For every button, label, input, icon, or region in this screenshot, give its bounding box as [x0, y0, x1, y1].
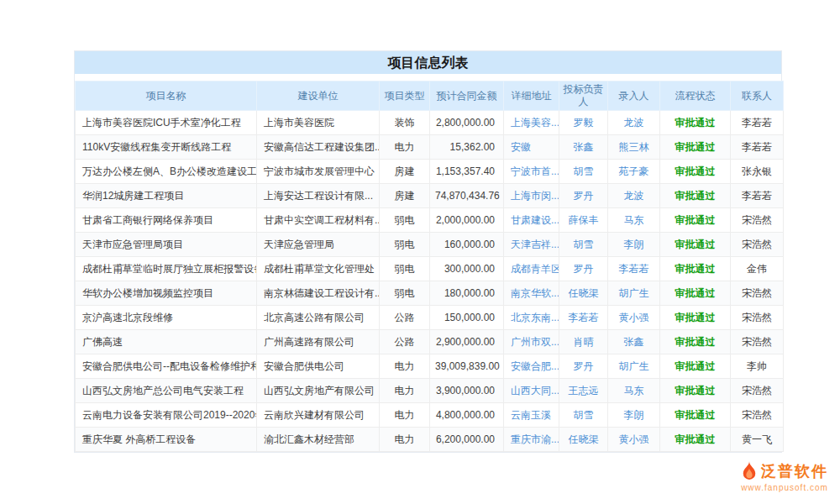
recorder-link[interactable]: 马东 [624, 214, 644, 226]
table-row[interactable]: 110kV安徽线程集变开断线路工程安徽高信达工程建设集团...电力15,362.… [76, 135, 784, 160]
leader-link[interactable]: 任晓渠 [569, 287, 599, 299]
cell-unit: 山西弘文房地产有限公司 [257, 379, 380, 403]
table-row[interactable]: 成都杜甫草堂临时展厅独立展柜报警设备...成都杜甫草堂文化管理处弱电300,00… [76, 257, 784, 281]
cell-amount: 2,800,000.00 [430, 111, 504, 135]
cell-text-amount: 180,000.00 [444, 287, 495, 299]
recorder-link[interactable]: 马东 [624, 385, 644, 396]
brand-footer[interactable]: 泛普软件 www.fanpusoft.com [741, 461, 828, 492]
recorder-link[interactable]: 熊三林 [619, 141, 649, 153]
cell-text-contact: 宋浩然 [742, 312, 772, 323]
leader-link[interactable]: 胡雪 [574, 239, 594, 250]
address-link[interactable]: 安徽 [511, 141, 531, 153]
cell-recorder: 李朗 [608, 403, 660, 428]
table-row[interactable]: 华润12城房建工程项目上海安达工程设计有限...房建74,870,434.76上… [76, 184, 784, 208]
table-row[interactable]: 华软办公楼增加视频监控项目南京林德建设工程设计有...弱电180,000.00南… [76, 281, 784, 306]
recorder-link[interactable]: 李朗 [624, 409, 644, 421]
column-header-address: 详细地址 [504, 81, 559, 111]
leader-link[interactable]: 肖晴 [574, 336, 594, 348]
cell-text-contact: 张永银 [742, 165, 772, 177]
cell-type: 装饰 [380, 111, 430, 135]
leader-link[interactable]: 胡雪 [574, 409, 594, 421]
table-row[interactable]: 山西弘文房地产总公司电气安装工程山西弘文房地产有限公司电力3,900,000.0… [76, 379, 784, 403]
recorder-link[interactable]: 龙波 [624, 190, 644, 202]
cell-contact: 李若若 [731, 111, 784, 135]
recorder-link[interactable]: 黄小强 [619, 433, 649, 445]
cell-unit: 上海安达工程设计有限... [257, 184, 380, 208]
cell-text-contact: 李若若 [742, 117, 772, 129]
table-row[interactable]: 上海市美容医院ICU手术室净化工程上海市美容医院装饰2,800,000.00上海… [76, 111, 784, 135]
cell-amount: 74,870,434.76 [430, 184, 504, 208]
address-link[interactable]: 南京华软... [511, 287, 559, 299]
table-row[interactable]: 万达办公楼左侧A、B办公楼改造建设工程宁波市城市发展管理中心房建1,153,35… [76, 160, 784, 184]
cell-status: 审批通过 [660, 428, 731, 452]
address-link[interactable]: 山西大同... [511, 385, 559, 396]
address-link[interactable]: 宁波市首... [511, 165, 559, 177]
cell-text-unit: 安徽合肥供电公司 [264, 360, 344, 372]
leader-link[interactable]: 罗丹 [574, 263, 594, 275]
recorder-link[interactable]: 胡广生 [619, 360, 649, 372]
leader-link[interactable]: 罗丹 [574, 360, 594, 372]
cell-status: 审批通过 [660, 184, 731, 208]
cell-text-type: 电力 [395, 385, 415, 396]
cell-name: 天津市应急管理局项目 [76, 233, 257, 257]
cell-text-unit: 北京高速公路有限公司 [264, 312, 365, 323]
cell-recorder: 张鑫 [608, 330, 660, 354]
leader-link[interactable]: 任晓渠 [569, 433, 599, 445]
cell-amount: 180,000.00 [430, 281, 504, 306]
address-link[interactable]: 上海市闵... [511, 190, 559, 202]
address-link[interactable]: 广州市双... [511, 336, 559, 348]
cell-status: 审批通过 [660, 281, 731, 306]
cell-amount: 1,153,357.40 [430, 160, 504, 184]
cell-unit: 广州高速路有限公司 [257, 330, 380, 354]
column-header-type: 项目类型 [380, 81, 430, 111]
cell-text-name: 华润12城房建工程项目 [82, 190, 184, 202]
address-link[interactable]: 甘肃建设... [511, 214, 559, 226]
cell-text-name: 安徽合肥供电公司--配电设备检修维护和... [82, 360, 257, 372]
leader-link[interactable]: 张鑫 [574, 141, 594, 153]
recorder-link[interactable]: 苑子豪 [619, 165, 649, 177]
table-row[interactable]: 广佛高速广州高速路有限公司公路2,900,000.00广州市双...肖晴张鑫审批… [76, 330, 784, 354]
recorder-link[interactable]: 李若若 [619, 263, 649, 275]
table-row[interactable]: 安徽合肥供电公司--配电设备检修维护和...安徽合肥供电公司电力39,009,8… [76, 354, 784, 379]
cell-text-name: 广佛高速 [82, 336, 123, 348]
address-link[interactable]: 云南玉溪 [511, 409, 551, 421]
project-list-panel: 项目信息列表 项目名称建设单位项目类型预计合同金额详细地址投标负责人录入人流程状… [74, 50, 782, 453]
leader-link[interactable]: 罗毅 [574, 117, 594, 129]
leader-link[interactable]: 罗丹 [574, 190, 594, 202]
table-row[interactable]: 云南电力设备安装有限公司2019--2020年...云南欣兴建材有限公司电力4,… [76, 403, 784, 428]
cell-text-amount: 2,000,000.00 [436, 214, 495, 226]
address-link[interactable]: 安徽合肥... [511, 360, 559, 372]
table-row[interactable]: 天津市应急管理局项目天津应急管理局弱电160,000.00天津吉祥...胡雪李朗… [76, 233, 784, 257]
address-link[interactable]: 重庆市渝... [511, 433, 559, 445]
cell-type: 电力 [380, 403, 430, 428]
recorder-link[interactable]: 张鑫 [624, 336, 644, 348]
address-link[interactable]: 天津吉祥... [511, 239, 559, 250]
cell-text-type: 弱电 [395, 287, 415, 299]
address-link[interactable]: 北京东南... [511, 312, 559, 323]
leader-link[interactable]: 胡雪 [574, 165, 594, 177]
table-row[interactable]: 重庆华夏 外高桥工程设备渝北汇鑫木材经营部电力6,200,000.00重庆市渝.… [76, 428, 784, 452]
cell-contact: 宋浩然 [731, 330, 784, 354]
cell-text-unit: 云南欣兴建材有限公司 [264, 409, 365, 421]
table-row[interactable]: 京沪高速北京段维修北京高速公路有限公司公路150,000.00北京东南...李若… [76, 306, 784, 330]
recorder-link[interactable]: 李朗 [624, 239, 644, 250]
cell-name: 重庆华夏 外高桥工程设备 [76, 428, 257, 452]
cell-recorder: 马东 [608, 208, 660, 233]
leader-link[interactable]: 王志远 [569, 385, 599, 396]
leader-link[interactable]: 李若若 [569, 312, 599, 323]
cell-type: 房建 [380, 184, 430, 208]
address-link[interactable]: 成都青羊区 [511, 263, 559, 275]
cell-contact: 宋浩然 [731, 233, 784, 257]
table-row[interactable]: 甘肃省工商银行网络保养项目甘肃中实空调工程材料有...弱电2,000,000.0… [76, 208, 784, 233]
cell-text-unit: 宁波市城市发展管理中心 [264, 165, 375, 177]
cell-status: 审批通过 [660, 403, 731, 428]
recorder-link[interactable]: 胡广生 [619, 287, 649, 299]
recorder-link[interactable]: 黄小强 [619, 312, 649, 323]
address-link[interactable]: 上海美容... [511, 117, 559, 129]
cell-text-unit: 成都杜甫草堂文化管理处 [264, 263, 375, 275]
recorder-link[interactable]: 龙波 [624, 117, 644, 129]
cell-text-name: 成都杜甫草堂临时展厅独立展柜报警设备... [82, 263, 257, 275]
brand-site-link[interactable]: www.fanpusoft.com [741, 483, 828, 492]
cell-text-status: 审批通过 [675, 409, 716, 421]
leader-link[interactable]: 薛保丰 [569, 214, 599, 226]
